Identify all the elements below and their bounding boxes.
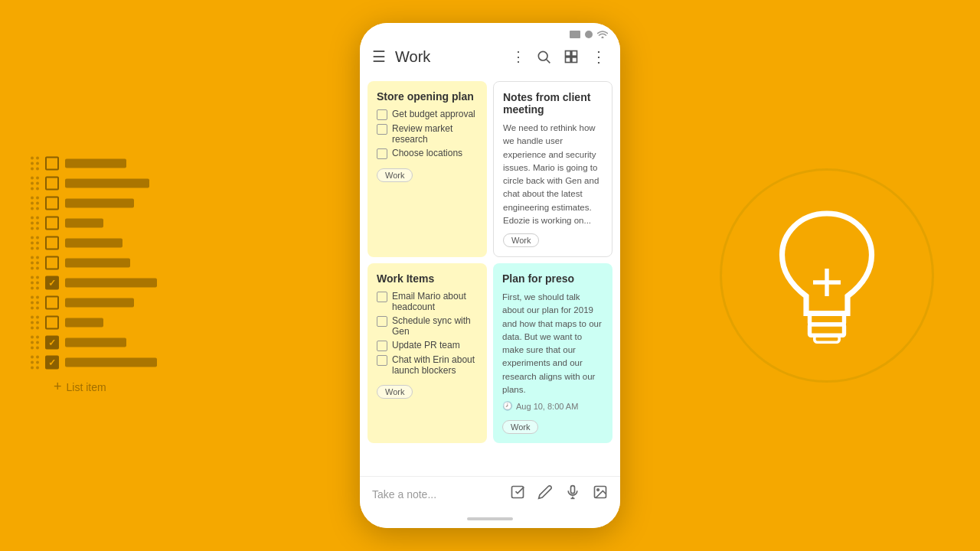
list-bar-5 — [65, 239, 122, 248]
note-client-meeting-body: We need to rethink how we handle user ex… — [503, 122, 603, 227]
drag-handle[interactable] — [31, 316, 39, 330]
note-plan-preso[interactable]: Plan for preso First, we should talk abo… — [493, 263, 612, 443]
signal-dot — [585, 31, 593, 38]
drag-handle[interactable] — [31, 336, 39, 350]
list-bar-9 — [65, 318, 103, 328]
take-note-placeholder[interactable]: Take a note... — [372, 488, 510, 500]
note-store-tag[interactable]: Work — [377, 168, 413, 182]
list-row-3 — [31, 197, 157, 210]
svg-rect-5 — [566, 57, 571, 63]
lightbulb-panel — [720, 168, 934, 383]
note-client-meeting-title: Notes from client meeting — [503, 91, 603, 116]
checkbox-5[interactable] — [45, 236, 59, 250]
search-icon[interactable] — [531, 44, 556, 69]
note-item-chat: Chat with Erin about launch blockers — [377, 354, 478, 376]
brush-icon[interactable] — [537, 484, 553, 504]
drag-handle[interactable] — [31, 236, 39, 250]
note-item-pr: Update PR team — [377, 340, 478, 351]
drag-handle[interactable] — [31, 217, 39, 230]
note-check-market[interactable] — [377, 124, 387, 135]
note-store-opening[interactable]: Store opening plan Get budget approval R… — [368, 81, 487, 257]
layout-icon[interactable] — [559, 44, 583, 69]
svg-rect-7 — [512, 487, 524, 498]
list-bar-1 — [65, 159, 126, 168]
svg-rect-8 — [571, 486, 575, 494]
list-row-10 — [31, 336, 157, 350]
toolbar-action-icons: ⋮ — [531, 44, 611, 69]
checkbox-3[interactable] — [45, 197, 59, 210]
list-row-9 — [31, 316, 157, 330]
drag-handle[interactable] — [31, 356, 39, 370]
list-row-4 — [31, 217, 157, 230]
drag-handle[interactable] — [31, 197, 39, 210]
drag-handle[interactable] — [31, 256, 39, 270]
svg-rect-4 — [572, 51, 577, 57]
checkbox-8[interactable] — [45, 296, 59, 310]
list-row-6 — [31, 256, 157, 270]
list-bar-7 — [65, 279, 157, 288]
more-dots-icon[interactable]: ⋮ — [508, 45, 528, 68]
menu-icon[interactable]: ☰ — [369, 44, 389, 69]
svg-rect-16 — [810, 324, 844, 335]
svg-rect-6 — [572, 57, 577, 63]
add-item-row[interactable]: + List item — [31, 379, 157, 395]
svg-point-0 — [602, 37, 604, 39]
list-row-1 — [31, 157, 157, 171]
note-plan-preso-title: Plan for preso — [502, 272, 603, 285]
list-row-2 — [31, 177, 157, 191]
note-check-schedule[interactable] — [377, 316, 387, 327]
note-item-locations: Choose locations — [377, 148, 478, 159]
checkbox-4[interactable] — [45, 217, 59, 230]
checkbox-bottom-icon[interactable] — [510, 484, 525, 504]
phone-mockup: ☰ Work ⋮ ⋮ Store opening plan Get budget… — [360, 23, 620, 528]
note-work-items[interactable]: Work Items Email Mario about headcount S… — [368, 263, 487, 443]
phone-toolbar: ☰ Work ⋮ ⋮ — [360, 41, 620, 75]
add-item-label: List item — [67, 380, 106, 393]
checkbox-10[interactable] — [45, 336, 59, 350]
drag-handle[interactable] — [31, 276, 39, 290]
drag-handle[interactable] — [31, 296, 39, 310]
battery-icon — [570, 31, 580, 38]
lightbulb-icon — [766, 207, 888, 344]
home-indicator — [360, 511, 620, 528]
note-check-budget[interactable] — [377, 109, 387, 120]
list-bar-2 — [65, 179, 149, 188]
checkbox-6[interactable] — [45, 256, 59, 270]
list-bar-6 — [65, 259, 130, 268]
list-bar-10 — [65, 338, 126, 347]
list-row-5 — [31, 236, 157, 250]
note-client-tag[interactable]: Work — [503, 233, 539, 247]
list-bar-4 — [65, 219, 103, 228]
note-work-items-tag[interactable]: Work — [377, 385, 413, 399]
list-bar-8 — [65, 298, 134, 308]
list-row-8 — [31, 296, 157, 310]
bottom-action-icons — [510, 484, 608, 504]
notes-grid: Store opening plan Get budget approval R… — [360, 75, 620, 476]
checkbox-11[interactable] — [45, 356, 59, 370]
note-check-chat[interactable] — [377, 355, 387, 366]
note-check-pr[interactable] — [377, 341, 387, 351]
note-item-email: Email Mario about headcount — [377, 291, 478, 312]
drag-handle[interactable] — [31, 157, 39, 171]
checkbox-1[interactable] — [45, 157, 59, 171]
note-check-email[interactable] — [377, 292, 387, 302]
checkbox-9[interactable] — [45, 316, 59, 330]
note-preso-tag[interactable]: Work — [502, 420, 538, 434]
svg-rect-3 — [566, 51, 571, 57]
overflow-menu-icon[interactable]: ⋮ — [586, 44, 611, 69]
note-store-opening-title: Store opening plan — [377, 90, 478, 103]
note-plan-preso-body: First, we should talk about our plan for… — [502, 291, 603, 396]
home-bar — [467, 517, 513, 520]
image-icon[interactable] — [593, 484, 608, 504]
checkbox-7[interactable] — [45, 276, 59, 290]
svg-line-2 — [547, 60, 550, 64]
status-bar — [360, 23, 620, 41]
drag-handle[interactable] — [31, 177, 39, 191]
list-row-7 — [31, 276, 157, 290]
checkbox-2[interactable] — [45, 177, 59, 191]
note-check-locations[interactable] — [377, 148, 387, 159]
clock-icon: 🕗 — [502, 401, 513, 411]
note-work-items-title: Work Items — [377, 272, 478, 285]
note-client-meeting[interactable]: Notes from client meeting We need to ret… — [493, 81, 612, 257]
mic-icon[interactable] — [565, 484, 580, 504]
